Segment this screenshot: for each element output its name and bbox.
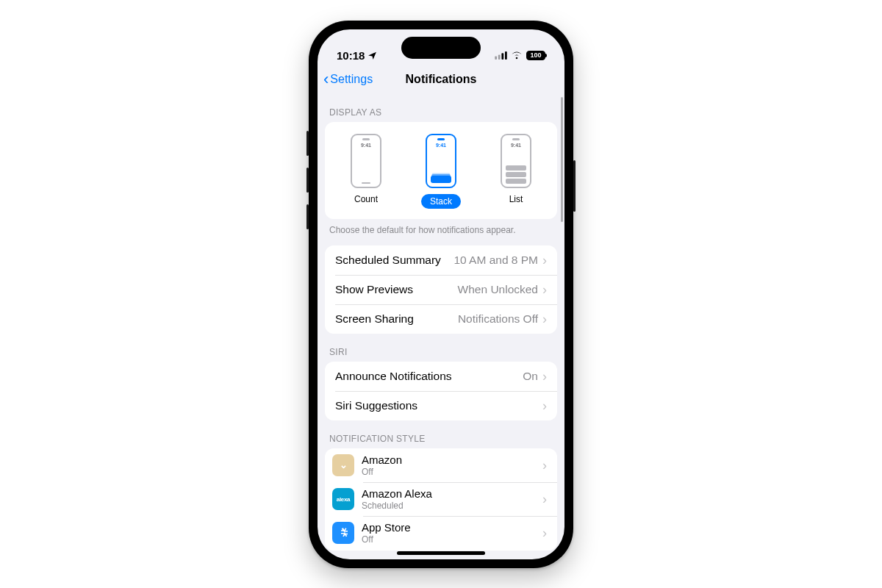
chevron-right-icon: › xyxy=(542,312,547,326)
display-as-footer: Choose the default for how notifications… xyxy=(318,219,564,235)
display-option-stack[interactable]: 9:41 Stack xyxy=(421,134,461,209)
row-screen-sharing[interactable]: Screen Sharing Notifications Off › xyxy=(325,304,557,334)
nav-bar: ‹ Settings Notifications xyxy=(318,65,564,94)
content: DISPLAY AS 9:41 Count 9:41 xyxy=(318,94,564,559)
screen: 10:18 100 ‹ Settings Notifications xyxy=(318,29,564,559)
cellular-icon xyxy=(495,49,507,62)
row-scheduled-summary[interactable]: Scheduled Summary 10 AM and 8 PM › xyxy=(325,245,557,275)
dynamic-island xyxy=(401,37,481,59)
battery-icon: 100 xyxy=(526,51,545,60)
svg-rect-3 xyxy=(505,51,507,60)
page-title: Notifications xyxy=(406,73,477,86)
row-siri-suggestions[interactable]: Siri Suggestions › xyxy=(325,391,557,420)
row-announce-notifications[interactable]: Announce Notifications On › xyxy=(325,362,557,391)
svg-rect-0 xyxy=(495,56,497,60)
chevron-right-icon: › xyxy=(542,283,547,296)
status-time: 10:18 xyxy=(337,49,365,62)
chevron-right-icon: › xyxy=(542,492,547,506)
phone-frame: 10:18 100 ‹ Settings Notifications xyxy=(309,21,573,568)
app-icon: alexa xyxy=(332,488,354,510)
location-icon xyxy=(368,51,377,60)
display-option-count[interactable]: 9:41 Count xyxy=(351,134,381,209)
chevron-right-icon: › xyxy=(542,370,547,383)
display-option-label: List xyxy=(509,194,523,204)
display-option-label: Count xyxy=(354,194,378,204)
svg-rect-1 xyxy=(498,54,501,59)
app-row-appstore[interactable]: App Store Off › xyxy=(325,516,557,550)
wifi-icon xyxy=(511,49,523,62)
app-row-amazon[interactable]: ⌄ Amazon Off › xyxy=(325,448,557,482)
chevron-right-icon: › xyxy=(542,526,547,539)
svg-rect-2 xyxy=(501,53,503,60)
row-show-previews[interactable]: Show Previews When Unlocked › xyxy=(325,275,557,304)
chevron-right-icon: › xyxy=(542,254,547,267)
notification-style-card: ⌄ Amazon Off › alexa Amazon Alexa Schedu… xyxy=(325,448,557,551)
app-row-alexa[interactable]: alexa Amazon Alexa Scheduled › xyxy=(325,482,557,516)
chevron-left-icon: ‹ xyxy=(323,71,329,87)
settings-card: Scheduled Summary 10 AM and 8 PM › Show … xyxy=(325,245,557,334)
chevron-right-icon: › xyxy=(542,399,547,412)
section-header-style: NOTIFICATION STYLE xyxy=(318,420,564,448)
section-header-display-as: DISPLAY AS xyxy=(318,94,564,122)
siri-card: Announce Notifications On › Siri Suggest… xyxy=(325,362,557,420)
home-indicator[interactable] xyxy=(397,551,485,555)
display-option-list[interactable]: 9:41 List xyxy=(501,134,531,209)
app-icon: ⌄ xyxy=(332,454,354,476)
app-icon xyxy=(332,522,354,544)
back-label: Settings xyxy=(330,73,373,86)
back-button[interactable]: ‹ Settings xyxy=(323,65,373,94)
chevron-right-icon: › xyxy=(542,459,547,472)
display-option-label: Stack xyxy=(421,194,461,209)
display-as-card: 9:41 Count 9:41 Stack 9: xyxy=(325,122,557,219)
section-header-siri: SIRI xyxy=(318,334,564,362)
